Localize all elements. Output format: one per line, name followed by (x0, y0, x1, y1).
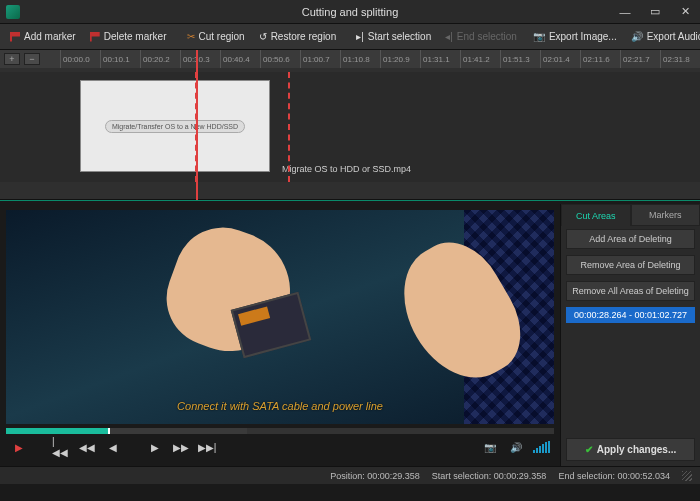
clip-thumb-label: Migrate/Transfer OS to a New HDD/SSD (105, 120, 245, 133)
label: Apply changes... (597, 444, 676, 455)
position-label: Position: 00:00:29.358 (330, 471, 420, 481)
tick: 00:50.6 (260, 50, 300, 68)
end-selection-button[interactable]: ◂|End selection (439, 29, 523, 44)
label: 00:00:28.264 - 00:01:02.727 (574, 310, 687, 320)
end-selection-label: End selection: 00:00:52.034 (558, 471, 670, 481)
undo-icon: ↺ (259, 31, 267, 42)
next-frame-button[interactable]: ▶ (146, 440, 164, 454)
tick: 00:00.0 (60, 50, 100, 68)
title-bar: Cutting and splitting — ▭ ✕ (0, 0, 700, 24)
cut-region-button[interactable]: ✂Cut region (181, 29, 251, 44)
video-caption: Connect it with SATA cable and power lin… (177, 400, 383, 412)
flag-icon (90, 32, 100, 42)
tick: 02:31.8 (660, 50, 700, 68)
status-bar: Position: 00:00:29.358 Start selection: … (0, 466, 700, 484)
tab-cut-areas[interactable]: Cut Areas (561, 204, 631, 226)
side-panel: Cut Areas Markers Add Area of Deleting R… (560, 204, 700, 466)
tick: 00:40.4 (220, 50, 260, 68)
label: Cut Areas (576, 211, 616, 221)
snapshot-button[interactable]: 📷 (481, 440, 499, 454)
volume-indicator[interactable] (533, 441, 550, 453)
apply-changes-button[interactable]: ✔Apply changes... (566, 438, 695, 461)
selection-item[interactable]: 00:00:28.264 - 00:01:02.727 (566, 307, 695, 323)
timeline[interactable]: + − 00:00.0 00:10.1 00:20.2 00:30.3 00:4… (0, 50, 700, 200)
clip[interactable]: Migrate/Transfer OS to a New HDD/SSD (80, 80, 270, 172)
label: Add marker (24, 31, 76, 42)
zoom-in-button[interactable]: + (4, 53, 20, 65)
tick: 02:11.6 (580, 50, 620, 68)
label: Markers (649, 210, 682, 220)
tick: 02:01.4 (540, 50, 580, 68)
label: Remove Area of Deleting (580, 260, 680, 270)
tick: 00:10.1 (100, 50, 140, 68)
step-fwd-button[interactable]: ▶▶ (172, 440, 190, 454)
resize-grip[interactable] (682, 471, 692, 481)
transport-controls: ▶ |◀◀ ◀◀ ◀ ▶ ▶▶ ▶▶| 📷 🔊 (6, 434, 554, 460)
goto-start-button[interactable]: |◀◀ (52, 440, 70, 454)
label: Remove All Areas of Deleting (572, 286, 689, 296)
video-preview[interactable]: Connect it with SATA cable and power lin… (6, 210, 554, 424)
flag-icon (10, 32, 20, 42)
tick: 01:00.7 (300, 50, 340, 68)
start-selection-label: Start selection: 00:00:29.358 (432, 471, 547, 481)
label: Cut region (199, 31, 245, 42)
minimize-button[interactable]: — (610, 0, 640, 24)
tick: 01:10.8 (340, 50, 380, 68)
tick: 01:41.2 (460, 50, 500, 68)
preview-pane: Connect it with SATA cable and power lin… (0, 204, 560, 466)
tick: 00:30.3 (180, 50, 220, 68)
delete-marker-button[interactable]: Delete marker (84, 29, 173, 44)
mute-button[interactable]: 🔊 (507, 440, 525, 454)
export-audio-button[interactable]: 🔊Export Audio... (625, 29, 700, 44)
step-back-button[interactable]: ◀◀ (78, 440, 96, 454)
label: End selection (457, 31, 517, 42)
camera-icon: 📷 (533, 31, 545, 42)
prev-frame-button[interactable]: ◀ (104, 440, 122, 454)
seek-bar[interactable] (6, 428, 554, 434)
add-area-button[interactable]: Add Area of Deleting (566, 229, 695, 249)
zoom-out-button[interactable]: − (24, 53, 40, 65)
export-image-button[interactable]: 📷Export Image... (527, 29, 623, 44)
label: Start selection (368, 31, 431, 42)
tab-markers[interactable]: Markers (631, 204, 701, 226)
remove-area-button[interactable]: Remove Area of Deleting (566, 255, 695, 275)
tick: 01:20.9 (380, 50, 420, 68)
clip-filename: Migrate OS to HDD or SSD.mp4 (282, 164, 411, 174)
ruler[interactable]: + − 00:00.0 00:10.1 00:20.2 00:30.3 00:4… (0, 50, 700, 68)
video-track[interactable]: Migrate/Transfer OS to a New HDD/SSD Mig… (0, 72, 700, 182)
label: Add Area of Deleting (589, 234, 672, 244)
check-icon: ✔ (585, 444, 593, 455)
label: Restore region (271, 31, 337, 42)
toolbar: Add marker Delete marker ✂Cut region ↺Re… (0, 24, 700, 50)
end-icon: ◂| (445, 31, 453, 42)
label: Export Image... (549, 31, 617, 42)
remove-all-button[interactable]: Remove All Areas of Deleting (566, 281, 695, 301)
tick: 01:51.3 (500, 50, 540, 68)
maximize-button[interactable]: ▭ (640, 0, 670, 24)
tick: 02:21.7 (620, 50, 660, 68)
start-selection-button[interactable]: ▸|Start selection (350, 29, 437, 44)
tick: 00:20.2 (140, 50, 180, 68)
audio-icon: 🔊 (631, 31, 643, 42)
tick: 01:31.1 (420, 50, 460, 68)
app-logo-icon (6, 5, 20, 19)
label: Delete marker (104, 31, 167, 42)
start-icon: ▸| (356, 31, 364, 42)
scissors-icon: ✂ (187, 31, 195, 42)
label: Export Audio... (647, 31, 700, 42)
restore-region-button[interactable]: ↺Restore region (253, 29, 343, 44)
play-button[interactable]: ▶ (10, 440, 28, 454)
window-title: Cutting and splitting (302, 6, 399, 18)
close-button[interactable]: ✕ (670, 0, 700, 24)
add-marker-button[interactable]: Add marker (4, 29, 82, 44)
goto-end-button[interactable]: ▶▶| (198, 440, 216, 454)
